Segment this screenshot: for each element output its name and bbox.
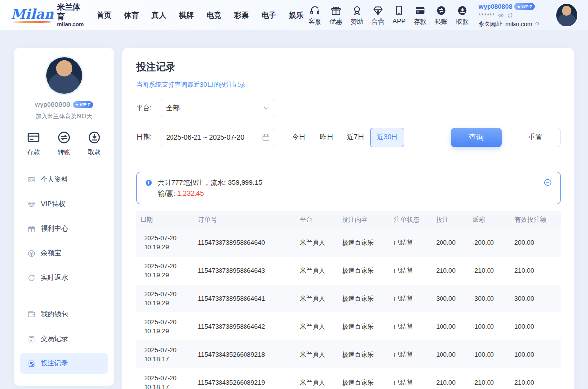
sidebar-menu-item[interactable]: 交易记录 — [20, 329, 108, 349]
masked-balance: ****** — [479, 12, 495, 20]
header-quick-action[interactable]: 优惠 — [330, 5, 343, 26]
logo[interactable]: Milan 米兰体育 milan.com — [11, 3, 84, 27]
id-card-icon — [27, 176, 36, 184]
quick-range-button[interactable]: 近30日 — [370, 128, 405, 147]
eye-off-icon[interactable] — [498, 12, 504, 19]
cell-payout: -200.00 — [468, 229, 511, 257]
cell-order-no: 1154738738958864640 — [194, 229, 296, 257]
sidebar-menu-item[interactable]: 投注记录 — [20, 353, 108, 374]
sidebar-avatar[interactable] — [46, 57, 82, 94]
user-avatar[interactable] — [556, 4, 577, 26]
sidebar-menu-item[interactable]: VIP特权 — [20, 194, 108, 214]
phone-icon — [393, 5, 405, 16]
nav-item[interactable]: 娱乐 — [289, 11, 304, 20]
summary-banner: 共计777笔投注，流水: 359,999.15 输/赢: 1,232.45 — [136, 172, 561, 204]
sidebar-menu-item-label: 交易记录 — [41, 335, 68, 343]
cell-order-no: 1154738435266089218 — [194, 340, 296, 368]
join-days-text: 加入米兰体育第603天 — [20, 112, 108, 121]
cell-platform: 米兰真人 — [296, 229, 338, 257]
date-range-picker[interactable]: 2025-06-21 ~ 2025-07-20 — [160, 128, 276, 147]
header-quick-actions: 客服 优惠 赞助 合营 APP 存款 — [309, 5, 469, 26]
nav-item[interactable]: 棋牌 — [179, 11, 194, 20]
cell-valid-amount: 210.00 — [511, 368, 561, 389]
cell-status: 已结算 — [390, 340, 432, 368]
top-header: Milan 米兰体育 milan.com 首页体育真人棋牌电竞彩票电子娱乐 客服… — [0, 0, 588, 30]
vip-badge: VIP 7 — [514, 3, 535, 10]
cell-order-no: 1154738738958864642 — [194, 312, 296, 340]
header-quick-action[interactable]: 合营 — [372, 5, 385, 26]
nav-item[interactable]: 彩票 — [234, 11, 249, 20]
nav-item[interactable]: 电竞 — [207, 11, 221, 20]
table-row[interactable]: 2025-07-20 10:18:17 1154738435266089218 … — [136, 340, 561, 368]
table-row[interactable]: 2025-07-20 10:19:29 1154738738958864641 … — [136, 285, 561, 312]
sidebar: wyp080808 VIP 7 加入米兰体育第603天 存款 转账 取款 — [14, 48, 114, 386]
nav-item[interactable]: 真人 — [152, 11, 167, 20]
cell-platform: 米兰真人 — [296, 257, 338, 285]
cell-bet-amount: 300.00 — [432, 285, 468, 312]
cell-bet-content: 极速百家乐 — [338, 285, 390, 312]
magnifier-icon[interactable] — [534, 21, 540, 27]
reset-button[interactable]: 重置 — [510, 128, 561, 147]
gift-icon — [330, 5, 342, 16]
sidebar-menu-item-label: 余额宝 — [41, 249, 61, 258]
cell-bet-content: 极速百家乐 — [338, 257, 390, 285]
header-quick-action[interactable]: 存款 — [414, 5, 427, 26]
sidebar-quick-action[interactable]: 转账 — [57, 130, 71, 156]
column-header: 派彩 — [468, 211, 511, 229]
nav-item[interactable]: 电子 — [262, 11, 276, 20]
user-info: wyp080808 VIP 7 ****** 永久网址: milan.com — [479, 2, 551, 28]
username: wyp080808 — [479, 2, 513, 11]
sidebar-menu-item[interactable]: 福利中心 — [20, 218, 108, 239]
sidebar-menu-item[interactable]: 个人资料 — [20, 169, 108, 190]
refresh-icon[interactable] — [507, 12, 513, 19]
nav-item[interactable]: 首页 — [97, 11, 112, 20]
sidebar-menu-item-label: 实时返水 — [41, 273, 68, 282]
cell-order-no: 1154738435266089219 — [194, 368, 296, 389]
cell-date: 2025-07-20 10:18:17 — [136, 368, 194, 389]
column-header: 注单状态 — [390, 211, 432, 229]
bet-doc-icon — [27, 360, 36, 368]
cell-date: 2025-07-20 10:18:17 — [136, 340, 194, 368]
cell-valid-amount: 300.00 — [511, 285, 561, 312]
cell-bet-amount: 100.00 — [432, 312, 468, 340]
logo-cn-name: 米兰体育 — [57, 3, 84, 21]
collapse-icon[interactable] — [543, 178, 552, 187]
header-quick-action[interactable]: 赞助 — [351, 5, 364, 26]
cell-platform: 米兰真人 — [296, 340, 338, 368]
sidebar-quick-action[interactable]: 存款 — [26, 130, 41, 156]
cell-payout: -210.00 — [468, 257, 511, 285]
bet-records-table: 日期订单号平台投注内容注单状态投注派彩有效投注额 2025-07-20 10:1… — [136, 211, 561, 389]
sidebar-menu-item[interactable]: 余额宝 — [20, 243, 108, 263]
table-row[interactable]: 2025-07-20 10:19:29 1154738738958864643 … — [136, 257, 561, 285]
table-row[interactable]: 2025-07-20 10:18:17 1154738435266089219 … — [136, 368, 561, 389]
sidebar-menu-item[interactable]: 我的钱包 — [20, 304, 108, 325]
column-header: 投注内容 — [338, 211, 390, 229]
nav-item[interactable]: 体育 — [124, 11, 139, 20]
sidebar-menu-item-label: VIP特权 — [41, 200, 66, 208]
table-row[interactable]: 2025-07-20 10:19:29 1154738738958864640 … — [136, 229, 561, 257]
header-quick-action[interactable]: 客服 — [309, 5, 321, 26]
sidebar-quick-action[interactable]: 取款 — [87, 130, 101, 156]
cell-bet-content: 极速百家乐 — [338, 368, 390, 389]
search-button[interactable]: 查询 — [451, 128, 502, 147]
header-quick-action[interactable]: 取款 — [456, 5, 469, 26]
sidebar-menu-primary: 个人资料 VIP特权 福利中心 余额宝 — [20, 169, 108, 288]
site-url: 永久网址: milan.com — [479, 20, 532, 28]
headset-icon — [309, 5, 320, 16]
quick-range-button[interactable]: 今日 — [285, 128, 313, 147]
date-range-value: 2025-06-21 ~ 2025-07-20 — [166, 133, 244, 141]
cell-status: 已结算 — [390, 285, 432, 312]
date-label: 日期: — [136, 133, 160, 142]
table-row[interactable]: 2025-07-20 10:19:29 1154738738958864642 … — [136, 312, 561, 340]
platform-select[interactable]: 全部 — [160, 99, 276, 118]
cell-status: 已结算 — [390, 312, 432, 340]
sidebar-menu-item[interactable]: 实时返水 — [20, 267, 108, 288]
header-quick-action[interactable]: 转账 — [435, 5, 448, 26]
header-quick-action[interactable]: APP — [393, 5, 406, 26]
quick-range-group: 今日昨日近7日近30日 — [285, 128, 404, 147]
vip-gem-icon — [27, 200, 36, 208]
cell-bet-amount: 200.00 — [432, 229, 468, 257]
quick-range-button[interactable]: 近7日 — [341, 128, 371, 147]
sidebar-username: wyp080808 — [35, 101, 70, 108]
quick-range-button[interactable]: 昨日 — [313, 128, 341, 147]
